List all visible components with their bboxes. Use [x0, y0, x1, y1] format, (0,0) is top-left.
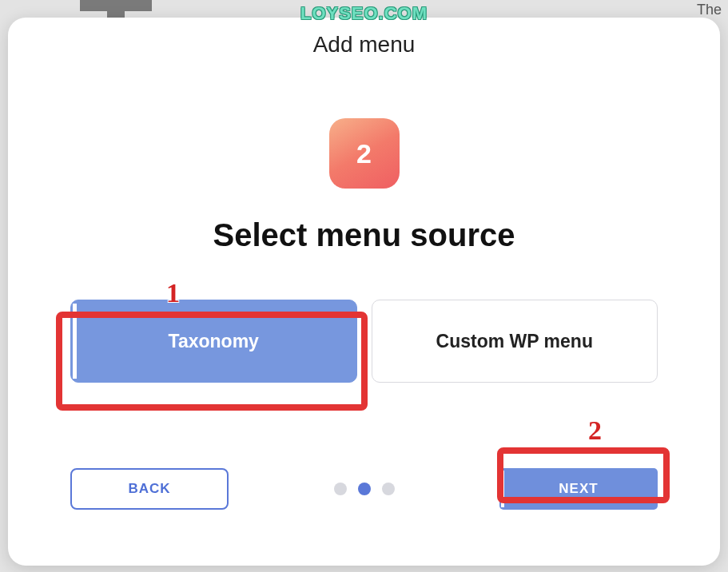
modal-footer: BACK NEXT: [70, 468, 658, 510]
add-menu-modal: Add menu 2 Select menu source Taxonomy C…: [8, 18, 720, 566]
background-partial-text: The: [697, 2, 722, 18]
progress-dot-1: [334, 483, 347, 495]
step-number-badge: 2: [329, 118, 400, 189]
progress-dot-2: [358, 483, 371, 495]
option-label: Taxonomy: [169, 331, 259, 352]
back-button[interactable]: BACK: [70, 468, 229, 510]
back-button-label: BACK: [128, 481, 170, 497]
option-custom-wp-menu[interactable]: Custom WP menu: [372, 300, 658, 383]
option-taxonomy[interactable]: Taxonomy: [70, 300, 357, 383]
next-button[interactable]: NEXT: [499, 468, 658, 510]
background-decoration: [107, 11, 125, 18]
source-options: Taxonomy Custom WP menu: [70, 300, 658, 383]
modal-title: Add menu: [8, 32, 720, 58]
progress-dot-3: [382, 483, 395, 495]
step-number: 2: [356, 138, 372, 169]
background-decoration: [80, 0, 152, 11]
progress-dots: [334, 483, 395, 495]
step-heading: Select menu source: [8, 217, 720, 253]
option-label: Custom WP menu: [436, 331, 593, 352]
next-button-label: NEXT: [559, 481, 598, 497]
